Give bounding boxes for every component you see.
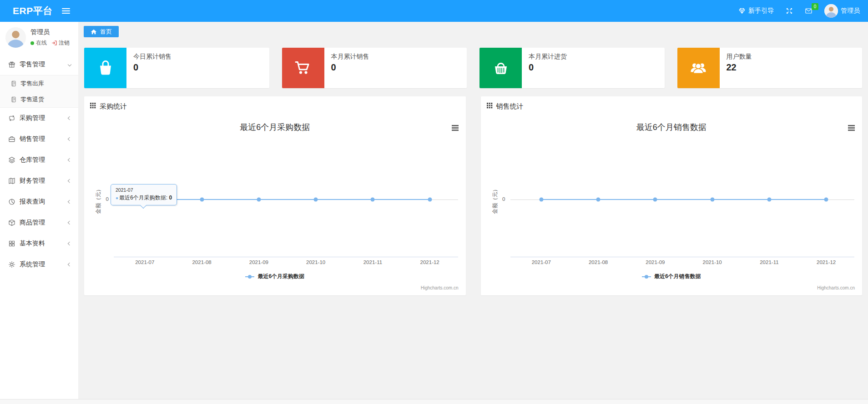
chevron-left-icon: [68, 263, 71, 266]
sidebar-user-block: 管理员 在线 注销: [0, 22, 78, 52]
sidebar-item[interactable]: 财务管理: [0, 170, 78, 191]
data-point[interactable]: [824, 198, 828, 202]
page-footer: [0, 399, 868, 404]
x-axis-tick: 2021-10: [306, 259, 325, 265]
series-dot-icon: ●: [116, 195, 118, 200]
x-axis-tick: 2021-07: [135, 259, 154, 265]
x-axis-tick: 2021-08: [192, 259, 211, 265]
data-point[interactable]: [371, 198, 375, 202]
sidebar-subitem-label: 零售出库: [20, 80, 44, 88]
shopping-basket-icon: [479, 48, 522, 88]
sidebar: 管理员 在线 注销 零售管理零售出库零售退货采购管理销售管理仓库管理财务管理报表…: [0, 22, 78, 404]
charts-row: 采购统计最近6个月采购数据金额（元）02021-072021-082021-09…: [84, 96, 862, 295]
home-icon: [91, 29, 97, 35]
y-axis-tick: 0: [495, 196, 505, 202]
sidebar-item[interactable]: 零售管理: [0, 54, 78, 75]
series-line: [145, 199, 429, 200]
online-status-dot: [30, 41, 34, 45]
chevron-down-icon: [68, 63, 71, 66]
main-content: 首页 今日累计销售0本月累计销售0本月累计进货0用户数量22 采购统计最近6个月…: [78, 22, 868, 404]
sidebar-item[interactable]: 基本资料: [0, 233, 78, 254]
stat-card-label: 本月累计进货: [529, 53, 567, 61]
user-menu[interactable]: 管理员: [824, 4, 860, 18]
file-icon: [10, 96, 17, 103]
grid-icon: [8, 240, 15, 247]
fullscreen-button[interactable]: [786, 7, 793, 15]
x-axis-tick: 2021-11: [760, 259, 778, 265]
fullscreen-icon: [786, 7, 793, 15]
sidebar-toggle-icon[interactable]: [62, 7, 70, 15]
data-point[interactable]: [539, 198, 543, 202]
logout-link[interactable]: 注销: [51, 39, 70, 47]
data-point[interactable]: [428, 198, 432, 202]
stat-card: 本月累计销售0: [282, 48, 467, 88]
highcharts-credit[interactable]: Highcharts.com.cn: [421, 285, 459, 290]
sidebar-item-label: 销售管理: [20, 135, 68, 143]
data-point[interactable]: [710, 198, 714, 202]
legend-label: 最近6个月采购数据: [257, 273, 304, 280]
chevron-left-icon: [68, 200, 71, 204]
repeat-icon: [8, 115, 15, 122]
pie-chart-icon: [8, 198, 15, 205]
sidebar-item-label: 系统管理: [20, 260, 68, 269]
legend-label: 最近6个月销售数据: [654, 273, 701, 280]
sidebar-item[interactable]: 仓库管理: [0, 150, 78, 170]
x-axis-line: [114, 257, 458, 257]
data-point[interactable]: [653, 198, 657, 202]
messages-button[interactable]: 0: [805, 7, 812, 15]
sidebar-item-label: 商品管理: [20, 219, 68, 227]
panel-header: 采购统计: [84, 96, 466, 110]
chart-title: 最近6个月销售数据: [481, 122, 863, 133]
logout-icon: [51, 40, 57, 46]
stat-card: 今日累计销售0: [84, 48, 269, 88]
highcharts-credit[interactable]: Highcharts.com.cn: [817, 285, 855, 290]
sidebar-item[interactable]: 报表查询: [0, 191, 78, 212]
sidebar-item[interactable]: 销售管理: [0, 129, 78, 150]
shopping-bag-icon: [84, 48, 126, 88]
legend-item[interactable]: 最近6个月采购数据: [84, 273, 466, 280]
legend-marker-icon: [245, 276, 254, 277]
sidebar-item[interactable]: 商品管理: [0, 212, 78, 233]
y-axis-tick: 0: [98, 196, 109, 202]
legend-item[interactable]: 最近6个月销售数据: [481, 273, 863, 280]
data-point[interactable]: [257, 198, 261, 202]
sidebar-item-label: 基本资料: [20, 239, 68, 248]
chevron-left-icon: [68, 221, 71, 224]
avatar: [824, 4, 838, 18]
submenu: 零售出库零售退货: [0, 75, 78, 108]
users-icon: [677, 48, 720, 88]
sidebar-menu: 零售管理零售出库零售退货采购管理销售管理仓库管理财务管理报表查询商品管理基本资料…: [0, 54, 78, 275]
tooltip-arrow: [140, 202, 146, 209]
series-line: [541, 199, 826, 200]
stat-card-label: 今日累计销售: [133, 53, 172, 61]
line-chart: 最近6个月采购数据金额（元）02021-072021-082021-092021…: [84, 110, 466, 295]
chevron-left-icon: [68, 116, 71, 120]
data-point[interactable]: [596, 198, 601, 202]
sidebar-subitem[interactable]: 零售退货: [0, 91, 78, 107]
avatar: [5, 27, 26, 48]
sidebar-item-label: 采购管理: [20, 114, 68, 122]
x-axis-tick: 2021-09: [249, 259, 268, 265]
user-name: 管理员: [841, 7, 860, 15]
tooltip-category: 2021-07: [116, 187, 172, 193]
sidebar-subitem[interactable]: 零售出库: [0, 75, 78, 91]
sidebar-user-name: 管理员: [30, 28, 70, 36]
grid-icon: [487, 102, 493, 110]
stat-card-value: 22: [727, 62, 752, 73]
chart-title: 最近6个月采购数据: [84, 122, 466, 133]
sidebar-item[interactable]: 采购管理: [0, 108, 78, 129]
guide-button[interactable]: 新手引导: [738, 7, 774, 15]
data-point[interactable]: [767, 198, 771, 202]
data-point[interactable]: [314, 198, 318, 202]
chart-context-menu-icon[interactable]: [848, 125, 855, 132]
chevron-left-icon: [68, 242, 71, 245]
package-icon: [8, 219, 15, 226]
chart-context-menu-icon[interactable]: [452, 125, 459, 132]
stat-card: 本月累计进货0: [479, 48, 665, 88]
data-point[interactable]: [200, 198, 204, 202]
sidebar-item[interactable]: 系统管理: [0, 254, 78, 275]
breadcrumb-tab-home[interactable]: 首页: [84, 26, 119, 37]
x-axis-tick: 2021-08: [589, 259, 608, 265]
sidebar-subitem-label: 零售退货: [20, 95, 44, 104]
x-axis-tick: 2021-09: [646, 259, 665, 265]
